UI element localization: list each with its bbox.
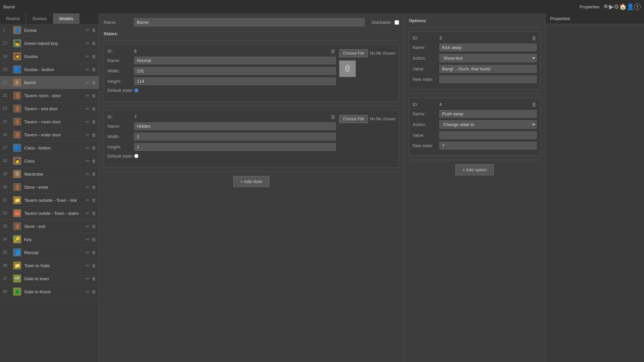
list-item[interactable]: 25 🚪 Tavern - room door ✏ 🗑 <box>0 115 99 128</box>
edit-icon[interactable]: ✏ <box>86 106 90 111</box>
edit-icon[interactable]: ✏ <box>86 93 90 98</box>
list-item[interactable]: 33 🚪 Store - exit ✏ 🗑 <box>0 220 99 233</box>
list-item[interactable]: 37 🗺 Gate to town ✏ 🗑 <box>0 272 99 285</box>
add-state-button[interactable]: + Add state <box>233 176 269 187</box>
option-value-input[interactable] <box>439 131 537 139</box>
state-default-radio[interactable] <box>134 88 139 93</box>
list-item[interactable]: 22 🚪 Tavern room - door ✏ 🗑 <box>0 89 99 102</box>
delete-icon[interactable]: 🗑 <box>92 80 96 85</box>
help-icon[interactable] <box>634 3 641 10</box>
delete-icon[interactable]: 🗑 <box>92 93 96 98</box>
delete-icon[interactable]: 🗑 <box>92 185 96 190</box>
edit-icon[interactable]: ✏ <box>86 119 90 124</box>
delete-icon[interactable]: 🗑 <box>92 28 96 33</box>
delete-icon[interactable]: 🗑 <box>92 67 96 72</box>
option-action-select[interactable]: Show textChange state toLink to scenePla… <box>439 54 537 62</box>
option-action-label: Action: <box>413 122 439 127</box>
stackable-checkbox[interactable] <box>394 20 399 25</box>
list-item[interactable]: 17 👦 Green haired boy ✏ 🗑 <box>0 37 99 50</box>
person-icon[interactable] <box>627 3 634 10</box>
delete-icon[interactable]: 🗑 <box>92 41 96 46</box>
state-height-input[interactable] <box>134 143 336 151</box>
option-name-input[interactable] <box>439 110 537 118</box>
state-name-input[interactable] <box>134 122 336 130</box>
delete-icon[interactable]: 🗑 <box>92 289 96 294</box>
list-item[interactable]: 30 🚪 Store - enter ✏ 🗑 <box>0 181 99 194</box>
file-choose-button[interactable]: Choose File <box>339 49 368 57</box>
option-action-select[interactable]: Show textChange state toLink to scenePla… <box>439 120 537 129</box>
list-item[interactable]: 1 👤 Ezreal ✏ 🗑 <box>0 24 99 37</box>
state-delete-icon[interactable]: 🗑 <box>331 114 336 120</box>
model-icon: 🧱 <box>12 208 22 218</box>
delete-icon[interactable]: 🗑 <box>92 211 96 216</box>
list-item[interactable]: 20 🔵 Gustav - button ✏ 🗑 <box>0 63 99 76</box>
list-item[interactable]: 38 🌲 Gate to forest ✏ 🗑 <box>0 285 99 298</box>
delete-icon[interactable]: 🗑 <box>92 159 96 164</box>
list-item[interactable]: 29 🗄 Wardrobe ✏ 🗑 <box>0 168 99 181</box>
edit-icon[interactable]: ✏ <box>86 172 90 177</box>
edit-icon[interactable]: ✏ <box>86 276 90 281</box>
edit-icon[interactable]: ✏ <box>86 224 90 229</box>
list-item[interactable]: 32 🧱 Tavern outide - Town - stairs ✏ 🗑 <box>0 207 99 220</box>
tab-models[interactable]: Models <box>53 13 80 24</box>
edit-icon[interactable]: ✏ <box>86 80 90 85</box>
delete-icon[interactable]: 🗑 <box>92 119 96 124</box>
delete-icon[interactable]: 🗑 <box>92 224 96 229</box>
list-item[interactable]: 21 🛢 Barrel ✏ 🗑 <box>0 76 99 89</box>
list-item[interactable]: 34 🔑 Key ✏ 🗑 <box>0 233 99 246</box>
edit-icon[interactable]: ✏ <box>86 237 90 242</box>
state-delete-icon[interactable]: 🗑 <box>331 48 336 54</box>
state-default-radio[interactable] <box>134 154 139 158</box>
list-item[interactable]: 28 👩 Clara ✏ 🗑 <box>0 155 99 168</box>
edit-icon[interactable]: ✏ <box>86 41 90 46</box>
delete-icon[interactable]: 🗑 <box>92 106 96 111</box>
delete-icon[interactable]: 🗑 <box>92 237 96 242</box>
state-name-input[interactable] <box>134 57 336 64</box>
option-newstate-input[interactable] <box>439 142 537 149</box>
list-item[interactable]: 23 🚪 Tavern - exit door ✏ 🗑 <box>0 102 99 115</box>
edit-icon[interactable]: ✏ <box>86 211 90 216</box>
list-item[interactable]: 19 🧔 Gustav ✏ 🗑 <box>0 50 99 63</box>
list-item[interactable]: 36 📁 Town to Gate ✏ 🗑 <box>0 259 99 272</box>
list-item[interactable]: 31 📁 Tavern outside - Town - link ✏ 🗑 <box>0 194 99 207</box>
state-height-input[interactable] <box>134 77 336 85</box>
tab-rooms[interactable]: Rooms <box>0 13 26 24</box>
delete-icon[interactable]: 🗑 <box>92 145 96 150</box>
list-item[interactable]: 27 🔵 Clara - button ✏ 🗑 <box>0 141 99 155</box>
option-name-input[interactable] <box>439 44 537 51</box>
list-item[interactable]: 26 🚪 Tavern - enter door ✏ 🗑 <box>0 128 99 141</box>
delete-icon[interactable]: 🗑 <box>92 276 96 281</box>
gear-icon[interactable] <box>614 3 619 10</box>
name-input[interactable] <box>134 18 365 26</box>
tab-scenes[interactable]: Scenes <box>26 13 53 24</box>
edit-icon[interactable]: ✏ <box>86 159 90 164</box>
delete-icon[interactable]: 🗑 <box>92 263 96 268</box>
play-icon[interactable] <box>609 3 614 10</box>
edit-icon[interactable]: ✏ <box>86 145 90 150</box>
state-width-input[interactable] <box>134 133 336 140</box>
edit-icon[interactable]: ✏ <box>86 198 90 203</box>
option-delete-icon[interactable]: 🗑 <box>532 35 537 41</box>
option-newstate-input[interactable] <box>439 75 537 83</box>
edit-icon[interactable]: ✏ <box>86 67 90 72</box>
home-icon[interactable] <box>619 3 627 10</box>
state-width-input[interactable] <box>134 67 336 75</box>
eye-icon[interactable] <box>603 3 609 10</box>
list-item[interactable]: 35 📘 Manual ✏ 🗑 <box>0 246 99 259</box>
edit-icon[interactable]: ✏ <box>86 185 90 190</box>
delete-icon[interactable]: 🗑 <box>92 198 96 203</box>
delete-icon[interactable]: 🗑 <box>92 172 96 177</box>
add-option-button[interactable]: + Add option <box>455 164 494 175</box>
delete-icon[interactable]: 🗑 <box>92 132 96 137</box>
option-delete-icon[interactable]: 🗑 <box>532 102 537 107</box>
edit-icon[interactable]: ✏ <box>86 54 90 59</box>
delete-icon[interactable]: 🗑 <box>92 54 96 59</box>
edit-icon[interactable]: ✏ <box>86 28 90 33</box>
edit-icon[interactable]: ✏ <box>86 263 90 268</box>
option-value-input[interactable] <box>439 65 537 73</box>
delete-icon[interactable]: 🗑 <box>92 250 96 255</box>
edit-icon[interactable]: ✏ <box>86 250 90 255</box>
file-choose-button[interactable]: Choose File <box>339 115 368 123</box>
edit-icon[interactable]: ✏ <box>86 289 90 294</box>
edit-icon[interactable]: ✏ <box>86 132 90 137</box>
